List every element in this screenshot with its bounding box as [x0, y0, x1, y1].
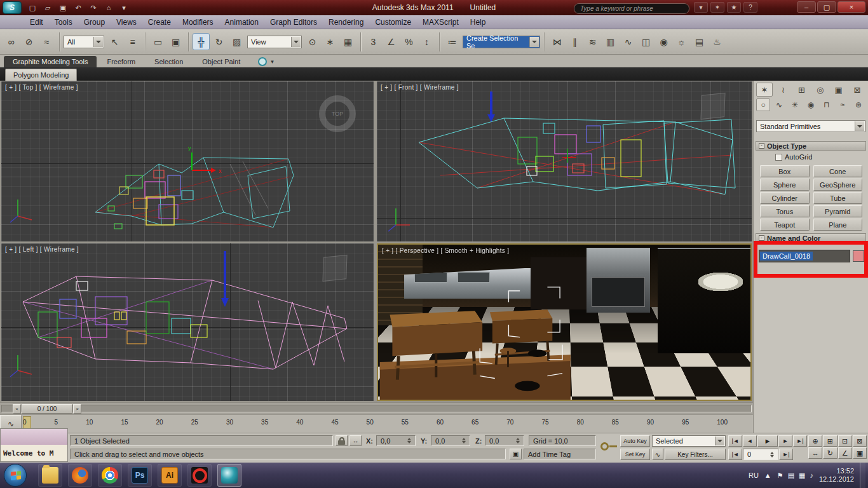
rectangular-selection-region-icon[interactable]: ▭ — [149, 33, 166, 50]
spinner-snap-icon[interactable]: ↕ — [418, 33, 435, 50]
menu-item[interactable]: MAXScript — [417, 17, 465, 28]
zoom-all-icon[interactable]: ⊞ — [823, 435, 837, 447]
tab-object-paint[interactable]: Object Paint — [193, 56, 249, 67]
viewcube-compass[interactable]: TOP — [319, 95, 356, 132]
viewport-front[interactable]: [ + ] [ Front ] [ Wireframe ] — [377, 81, 752, 241]
primitive-button[interactable]: Plane — [813, 219, 863, 231]
taskbar-chrome-icon[interactable] — [98, 464, 122, 487]
primitive-button[interactable]: Cylinder — [760, 192, 810, 204]
primitives-category-dropdown[interactable]: Standard Primitives — [756, 120, 865, 132]
curve-editor-icon[interactable]: ∿ — [620, 33, 637, 50]
set-keys-icon[interactable] — [600, 438, 618, 456]
shapes-category-icon[interactable]: ∿ — [772, 98, 786, 111]
primitive-button[interactable]: Teapot — [760, 219, 810, 231]
graphite-ribbon-toggle-icon[interactable]: ▥ — [602, 33, 619, 50]
time-step-back-button[interactable]: < — [13, 404, 21, 414]
viewcube-ghost[interactable] — [322, 255, 347, 281]
select-by-name-icon[interactable]: ≡ — [124, 33, 141, 50]
menu-item[interactable]: Views — [111, 17, 142, 28]
previous-key-button[interactable]: |◄ — [728, 449, 742, 460]
utilities-tab-icon[interactable]: ⊠ — [849, 83, 865, 97]
add-time-tag-field[interactable]: Add Time Tag — [524, 449, 596, 459]
close-button[interactable]: × — [837, 1, 865, 13]
unlink-selection-icon[interactable]: ⊘ — [20, 33, 37, 50]
hierarchy-tab-icon[interactable]: ⊞ — [793, 83, 810, 97]
minimize-button[interactable]: – — [797, 1, 816, 13]
reference-coordinate-dropdown[interactable]: View — [247, 36, 302, 48]
show-desktop-button[interactable] — [860, 463, 865, 488]
viewport-front-label[interactable]: [ + ] [ Front ] [ Wireframe ] — [381, 84, 459, 91]
menu-item[interactable]: Customize — [369, 17, 417, 28]
select-and-scale-icon[interactable]: ▨ — [228, 33, 245, 50]
select-and-manipulate-icon[interactable]: ∗ — [322, 33, 339, 50]
menu-item[interactable]: Modifiers — [177, 17, 219, 28]
app-logo-icon[interactable]: S — [3, 1, 22, 14]
cameras-category-icon[interactable]: ◉ — [804, 98, 818, 111]
pan-icon[interactable]: ↔ — [808, 447, 822, 459]
modify-tab-icon[interactable]: ≀ — [775, 83, 791, 97]
open-file-icon[interactable]: ▱ — [41, 2, 55, 13]
redo-icon[interactable]: ↷ — [86, 2, 100, 13]
tray-network-icon[interactable]: ▦ — [799, 471, 805, 480]
absolute-offset-toggle-icon[interactable]: ↔ — [349, 435, 362, 446]
time-step-forward-button[interactable]: > — [73, 404, 81, 414]
selection-set-key-dropdown[interactable]: Selected — [652, 435, 726, 447]
window-crossing-icon[interactable]: ▣ — [167, 33, 184, 50]
menu-item[interactable]: Tools — [49, 17, 78, 28]
tab-selection[interactable]: Selection — [146, 56, 192, 67]
menu-item[interactable]: Create — [142, 17, 177, 28]
qat-menu-icon[interactable]: ▾ — [117, 2, 131, 13]
select-and-rotate-icon[interactable]: ↻ — [210, 33, 227, 50]
lights-category-icon[interactable]: ☀ — [788, 98, 802, 111]
tray-flag-icon[interactable]: ⚑ — [777, 471, 783, 480]
set-key-button[interactable]: Set Key — [620, 449, 650, 460]
named-selection-set-dropdown[interactable]: Create Selection Se — [463, 36, 540, 48]
viewport-perspective-label[interactable]: [ + ] [ Perspective ] [ Smooth + Highlig… — [382, 247, 509, 254]
tray-display-icon[interactable]: ▤ — [788, 471, 794, 480]
render-production-icon[interactable]: ♨ — [709, 33, 726, 50]
menu-item[interactable]: Help — [465, 17, 492, 28]
display-tab-icon[interactable]: ▣ — [831, 83, 847, 97]
taskbar-firefox-icon[interactable] — [68, 464, 92, 487]
primitive-button[interactable]: Sphere — [760, 179, 810, 191]
selection-filter-dropdown[interactable]: All — [64, 36, 104, 48]
align-icon[interactable]: ∥ — [566, 33, 583, 50]
helpers-category-icon[interactable]: ⊓ — [820, 98, 834, 111]
name-color-rollout-header[interactable]: - Name and Color — [756, 233, 866, 243]
undo-icon[interactable]: ↶ — [71, 2, 85, 13]
bind-to-space-warp-icon[interactable]: ≈ — [38, 33, 55, 50]
viewcube-ghost[interactable] — [700, 93, 725, 119]
menu-item[interactable]: Edit — [24, 17, 49, 28]
viewport-left-label[interactable]: [ + ] [ Left ] [ Wireframe ] — [5, 246, 79, 253]
motion-tab-icon[interactable]: ◎ — [812, 83, 829, 97]
select-and-move-icon[interactable]: ╬ — [193, 33, 210, 50]
taskbar-3dsmax-icon[interactable] — [217, 464, 241, 487]
select-and-link-icon[interactable]: ∞ — [3, 33, 20, 50]
systems-category-icon[interactable]: ⊛ — [851, 98, 865, 111]
orbit-icon[interactable]: ↻ — [823, 447, 837, 459]
primitive-button[interactable]: Cone — [813, 165, 863, 177]
x-coordinate-field[interactable]: 0,0 — [376, 435, 416, 446]
edit-named-selection-sets-icon[interactable]: ≔ — [444, 33, 461, 50]
spinner-icon[interactable] — [462, 438, 466, 444]
mirror-icon[interactable]: ⋈ — [548, 33, 566, 50]
select-object-icon[interactable]: ↖ — [106, 33, 123, 50]
taskbar-illustrator-icon[interactable]: Ai — [158, 464, 182, 487]
favorites-icon[interactable]: ★ — [727, 2, 741, 13]
time-tag-icon[interactable]: ▣ — [510, 449, 522, 459]
material-editor-icon[interactable]: ◉ — [655, 33, 672, 50]
primitive-button[interactable]: Pyramid — [813, 205, 863, 217]
welcome-window[interactable]: Welcome to M — [0, 428, 68, 462]
start-button[interactable] — [4, 464, 27, 487]
taskbar-photoshop-icon[interactable]: Ps — [128, 464, 152, 487]
taskbar-media-app-icon[interactable] — [187, 464, 212, 487]
layer-manager-icon[interactable]: ≋ — [584, 33, 601, 50]
search-input[interactable] — [574, 3, 689, 14]
ribbon-dropdown-icon[interactable]: ▾ — [271, 58, 274, 65]
menu-item[interactable]: Group — [78, 17, 111, 28]
primitive-button[interactable]: Torus — [760, 205, 810, 217]
spinner-icon[interactable] — [516, 438, 520, 444]
auto-key-button[interactable]: Auto Key — [620, 435, 650, 447]
viewport-perspective[interactable]: [ + ] [ Perspective ] [ Smooth + Highlig… — [377, 243, 752, 401]
fov-icon[interactable]: ∠ — [838, 447, 852, 459]
